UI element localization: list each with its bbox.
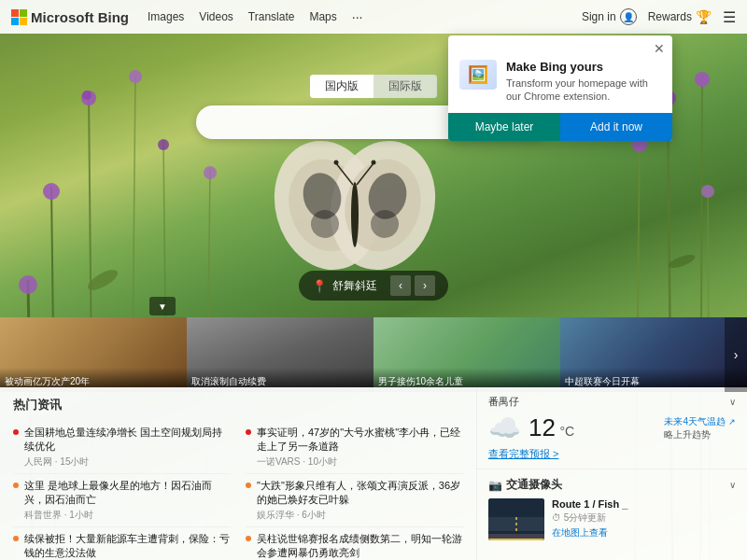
hot-news-panel: 热门资讯 全国耕地总量连续净增长 国土空间规划局持续优化 人民网 · 15小时 … — [0, 387, 476, 560]
svg-point-16 — [204, 166, 217, 179]
search-tabs: 国内版 国际版 — [310, 75, 437, 98]
news-dot-5 — [246, 536, 251, 541]
svg-point-13 — [43, 183, 60, 200]
svg-point-10 — [81, 91, 96, 105]
menu-button[interactable]: ☰ — [723, 8, 736, 26]
ms-square-yellow — [20, 18, 27, 25]
news-headline-0[interactable]: 全国耕地总量连续净增长 国土空间规划局持续优化 — [24, 426, 231, 455]
logo-area[interactable]: Microsoft Bing — [11, 9, 129, 25]
maybe-later-button[interactable]: Maybe later — [448, 113, 560, 141]
svg-point-20 — [695, 72, 710, 87]
user-icon: 👤 — [620, 8, 637, 25]
traffic-route: Route 1 / Fish _ — [552, 498, 736, 510]
svg-point-31 — [309, 208, 342, 241]
news-card-2[interactable]: 男子接伤10余名儿童 — [374, 317, 560, 392]
news-col-1: 全国耕地总量连续净增长 国土空间规划局持续优化 人民网 · 15小时 这里 是地… — [13, 421, 231, 560]
rewards-label: Rewards — [648, 10, 692, 23]
rewards-icon: 🏆 — [696, 9, 712, 24]
svg-point-25 — [261, 129, 393, 282]
popup-title: Make Bing yours — [506, 60, 661, 74]
location-badge[interactable]: 📍 舒舞斜廷 ‹ › — [299, 271, 448, 301]
traffic-title: 📷 交通摄像头 — [488, 477, 562, 493]
traffic-map-link[interactable]: 在地图上查看 — [552, 526, 736, 539]
news-dot-3 — [246, 429, 251, 435]
next-arrow[interactable]: › — [415, 275, 435, 296]
news-dot-4 — [246, 483, 251, 488]
news-headline-4[interactable]: "大跌"形象只维有人，张颂文再演反派，36岁的她已焕好友已叶躲 — [257, 479, 463, 508]
weather-temp: 12 — [529, 413, 556, 441]
news-dot-2 — [13, 536, 19, 541]
svg-point-21 — [85, 266, 120, 294]
svg-point-27 — [317, 129, 448, 282]
brand-name: Microsoft Bing — [31, 9, 129, 25]
make-bing-yours-popup: ✕ 🖼️ Make Bing yours Transform your home… — [448, 35, 672, 141]
svg-point-32 — [369, 208, 402, 241]
right-panel: 番禺仔 ∨ ☁️ 12 °C 未来4天气温趋 ↗ 略上升趋势 查看完整预 — [476, 387, 747, 560]
news-headline-3[interactable]: 事实证明，47岁的"大号水蜜桃"李小冉，已经走上了另一条道路 — [257, 426, 463, 455]
news-source-0: 人民网 · 15小时 — [24, 455, 231, 469]
popup-text: Make Bing yours Transform your homepage … — [506, 60, 661, 104]
location-icon: 📍 — [312, 279, 327, 293]
nav-more[interactable]: ··· — [352, 9, 363, 24]
news-item-1: 这里 是地球上最像火星的地方！因石油而兴，因石油而亡 科普世界 · 1小时 — [13, 474, 231, 527]
weather-expand[interactable]: ∨ — [729, 397, 736, 407]
traffic-card: Route 1 / Fish _ ⏱ 5分钟更新 在地图上查看 — [488, 498, 736, 540]
traffic-expand[interactable]: ∨ — [729, 480, 736, 490]
news-next-button[interactable]: › — [725, 317, 747, 392]
news-source-1: 科普世界 · 1小时 — [24, 509, 231, 522]
add-it-now-button[interactable]: Add it now — [560, 113, 672, 141]
news-card-1[interactable]: 取消滚制自动续费 — [187, 317, 374, 392]
weather-cloud-icon: ☁️ — [488, 413, 521, 443]
tab-domestic[interactable]: 国内版 — [310, 75, 374, 98]
svg-point-14 — [158, 139, 169, 150]
news-content-5: 吴柱说世锦赛报名成绩侧数第二，明知一轮游会参遭网暴仍勇敢亮剑 每日东京 · 11… — [257, 532, 463, 560]
nav-maps[interactable]: Maps — [309, 10, 336, 23]
nav-arrows: ‹ › — [390, 275, 435, 296]
svg-point-37 — [372, 161, 376, 165]
news-item-3: 事实证明，47岁的"大号水蜜桃"李小冉，已经走上了另一条道路 一诺VARS · … — [246, 421, 463, 474]
news-content-2: 续保被拒！大量新能源车主遭背刺，保险：亏钱的生意没法做 太平洋 · 10小时 — [24, 532, 231, 560]
news-content-3: 事实证明，47岁的"大号水蜜桃"李小冉，已经走上了另一条道路 一诺VARS · … — [257, 426, 463, 469]
news-card-1-title: 取消滚制自动续费 — [191, 376, 266, 386]
weather-city: 番禺仔 — [488, 395, 519, 409]
signin-button[interactable]: Sign in 👤 — [582, 8, 637, 25]
svg-line-34 — [336, 163, 353, 185]
news-dot-0 — [13, 429, 19, 435]
nav-images[interactable]: Images — [148, 10, 184, 23]
news-source-3: 一诺VARS · 10小时 — [257, 455, 463, 469]
ms-square-green — [20, 9, 27, 17]
popup-header: ✕ — [448, 35, 672, 56]
tab-international[interactable]: 国际版 — [374, 75, 437, 98]
news-headline-1[interactable]: 这里 是地球上最像火星的地方！因石油而兴，因石油而亡 — [24, 479, 231, 508]
weather-trend-label[interactable]: 未来4天气温趋 ↗ — [664, 415, 736, 428]
news-card-0[interactable]: 被动画亿万次产20年 — [0, 317, 187, 392]
news-item-5: 吴柱说世锦赛报名成绩侧数第二，明知一轮游会参遭网暴仍勇敢亮剑 每日东京 · 11… — [246, 527, 463, 560]
weather-trend-sub: 略上升趋势 — [664, 428, 736, 441]
nav-translate[interactable]: Translate — [248, 10, 295, 23]
ms-square-red — [11, 9, 19, 17]
hot-news-title: 热门资讯 — [13, 397, 463, 413]
svg-point-19 — [701, 185, 714, 198]
svg-point-29 — [298, 169, 346, 224]
top-navigation: Microsoft Bing Images Videos Translate M… — [0, 0, 747, 34]
rewards-button[interactable]: Rewards 🏆 — [648, 9, 712, 24]
news-headline-2[interactable]: 续保被拒！大量新能源车主遭背刺，保险：亏钱的生意没法做 — [24, 532, 231, 560]
nav-videos[interactable]: Videos — [199, 10, 233, 23]
svg-point-26 — [278, 150, 374, 259]
svg-point-24 — [667, 252, 697, 271]
news-card-3-title: 中超联赛今日开幕 — [565, 376, 640, 386]
popup-close-button[interactable]: ✕ — [654, 41, 665, 56]
news-content-1: 这里 是地球上最像火星的地方！因石油而兴，因石油而亡 科普世界 · 1小时 — [24, 479, 231, 522]
svg-point-12 — [129, 70, 142, 83]
prev-arrow[interactable]: ‹ — [390, 275, 411, 296]
weather-unit: °C — [559, 424, 574, 439]
news-card-3[interactable]: 中超联赛今日开幕 — [560, 317, 747, 392]
forecast-link[interactable]: 查看完整预报 > — [488, 447, 736, 461]
popup-desc: Transform your homepage with our Chrome … — [506, 77, 661, 104]
news-card-0-title: 被动画亿万次产20年 — [5, 376, 90, 386]
news-col-2: 事实证明，47岁的"大号水蜜桃"李小冉，已经走上了另一条道路 一诺VARS · … — [246, 421, 463, 560]
news-headline-5[interactable]: 吴柱说世锦赛报名成绩侧数第二，明知一轮游会参遭网暴仍勇敢亮剑 — [257, 532, 463, 560]
news-card-2-title: 男子接伤10余名儿童 — [378, 376, 463, 386]
scroll-down-button[interactable]: ▼ — [149, 297, 176, 315]
weather-temp-display: 12 °C — [529, 413, 574, 442]
